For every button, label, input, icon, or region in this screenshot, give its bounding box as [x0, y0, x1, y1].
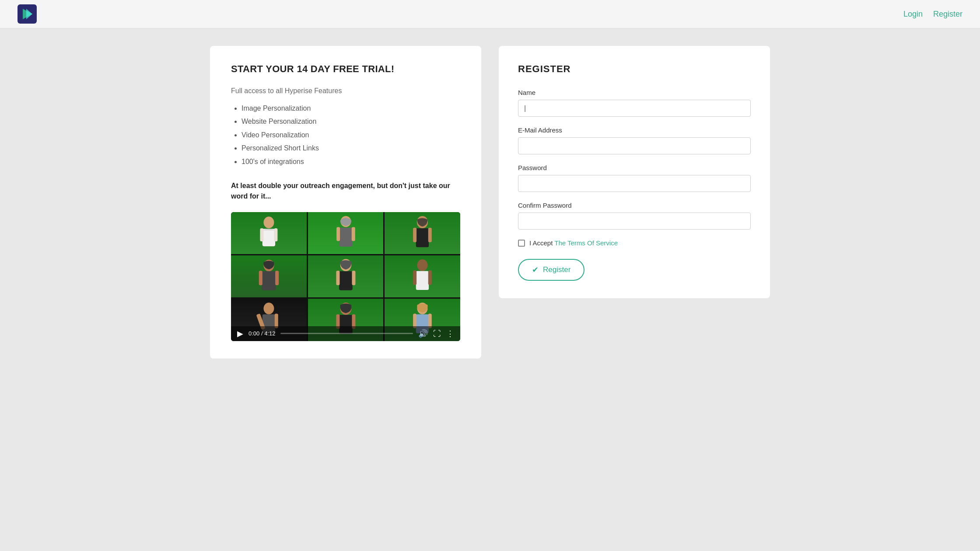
- email-label: E-Mail Address: [518, 126, 751, 134]
- video-cell-5: [308, 255, 384, 297]
- svg-rect-19: [275, 271, 279, 285]
- svg-rect-5: [262, 229, 275, 246]
- login-link[interactable]: Login: [903, 10, 923, 19]
- register-button-label: Register: [543, 265, 570, 274]
- features-intro: Full access to all Hyperise Features: [231, 87, 460, 95]
- svg-rect-7: [274, 228, 277, 241]
- play-button[interactable]: ▶: [237, 330, 243, 338]
- tos-checkbox[interactable]: [518, 240, 525, 247]
- engagement-text: At least double your outreach engagement…: [231, 181, 460, 202]
- svg-rect-6: [260, 228, 263, 241]
- check-icon: ✔: [532, 265, 539, 275]
- video-controls-right: 🔊 ⛶ ⋮: [418, 330, 454, 338]
- left-panel: START YOUR 14 DAY FREE TRIAL! Full acces…: [210, 46, 481, 359]
- svg-point-28: [263, 303, 274, 314]
- name-input-wrapper: [518, 100, 751, 117]
- fullscreen-button[interactable]: ⛶: [433, 330, 441, 338]
- register-link[interactable]: Register: [933, 10, 962, 19]
- logo[interactable]: [18, 4, 37, 24]
- tos-link[interactable]: The Terms Of Service: [554, 239, 618, 247]
- register-title: REGISTER: [518, 63, 751, 75]
- tos-text: I Accept The Terms Of Service: [529, 239, 618, 247]
- tos-prefix: I Accept: [529, 239, 554, 247]
- svg-rect-26: [413, 270, 416, 285]
- svg-rect-22: [336, 271, 340, 285]
- email-field-group: E-Mail Address: [518, 126, 751, 154]
- svg-rect-27: [428, 270, 432, 285]
- svg-point-4: [263, 216, 274, 228]
- svg-rect-9: [339, 227, 352, 246]
- video-cell-6: [385, 255, 460, 297]
- email-input[interactable]: [518, 137, 751, 154]
- svg-rect-21: [339, 271, 353, 290]
- trial-title: START YOUR 14 DAY FREE TRIAL!: [231, 63, 460, 75]
- video-cell-1: [231, 212, 307, 254]
- password-field-group: Password: [518, 164, 751, 192]
- feature-item: 100's of integrations: [242, 155, 460, 168]
- svg-rect-14: [413, 227, 416, 242]
- svg-rect-25: [416, 271, 429, 290]
- confirm-password-label: Confirm Password: [518, 202, 751, 209]
- video-grid: [231, 212, 460, 341]
- video-container: ▶ 0:00 / 4:12 🔊 ⛶ ⋮: [231, 212, 460, 341]
- volume-button[interactable]: 🔊: [418, 330, 428, 338]
- video-cell-2: [308, 212, 384, 254]
- name-input[interactable]: [518, 100, 751, 117]
- svg-rect-10: [336, 227, 340, 241]
- svg-rect-15: [428, 227, 432, 242]
- video-cell-4: [231, 255, 307, 297]
- name-field-group: Name: [518, 89, 751, 117]
- svg-rect-11: [351, 227, 355, 241]
- more-button[interactable]: ⋮: [446, 330, 454, 338]
- feature-item: Image Personalization: [242, 102, 460, 115]
- confirm-password-field-group: Confirm Password: [518, 202, 751, 230]
- confirm-password-input[interactable]: [518, 213, 751, 230]
- password-label: Password: [518, 164, 751, 171]
- svg-point-24: [417, 259, 428, 271]
- feature-item: Personalized Short Links: [242, 142, 460, 155]
- tos-row: I Accept The Terms Of Service: [518, 239, 751, 247]
- video-cell-3: [385, 212, 460, 254]
- nav-links: Login Register: [903, 10, 962, 19]
- svg-rect-13: [416, 228, 429, 247]
- svg-rect-23: [352, 271, 355, 285]
- features-list: Image Personalization Website Personaliz…: [231, 102, 460, 168]
- progress-bar[interactable]: [280, 333, 413, 334]
- password-input[interactable]: [518, 175, 751, 192]
- svg-rect-17: [262, 271, 276, 290]
- navbar: Login Register: [0, 0, 980, 28]
- name-label: Name: [518, 89, 751, 96]
- video-controls: ▶ 0:00 / 4:12 🔊 ⛶ ⋮: [231, 326, 460, 341]
- right-panel: REGISTER Name E-Mail Address Password Co…: [499, 46, 770, 298]
- main-container: START YOUR 14 DAY FREE TRIAL! Full acces…: [184, 28, 796, 376]
- svg-rect-18: [259, 271, 262, 285]
- feature-item: Video Personalization: [242, 129, 460, 142]
- video-time: 0:00 / 4:12: [248, 330, 275, 337]
- register-button[interactable]: ✔ Register: [518, 259, 584, 281]
- feature-item: Website Personalization: [242, 115, 460, 128]
